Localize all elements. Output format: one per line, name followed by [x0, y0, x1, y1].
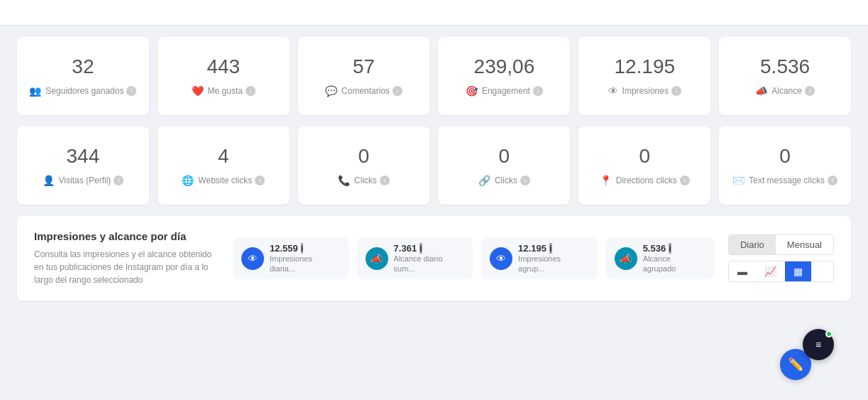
- stat-label-megusta: ❤️ Me gusta i: [192, 85, 256, 97]
- stat-icon-visitas: 👤: [43, 175, 55, 186]
- stat-value-impresiones: 12.195: [614, 55, 675, 78]
- bottom-panel: Impresiones y alcance por día Consulta l…: [17, 216, 851, 301]
- stat-label-text_message: ✉️ Text message clicks i: [732, 175, 837, 186]
- stat-icon-engagement: 🎯: [466, 85, 478, 97]
- stat-icon-alcance: 📣: [755, 85, 767, 97]
- metric-info-alcance-diario[interactable]: i: [419, 243, 422, 254]
- stat-icon-directions: 📍: [600, 175, 612, 186]
- chart-type-buttons: ▬📈▦: [728, 261, 834, 282]
- info-icon-impresiones[interactable]: i: [671, 86, 681, 96]
- stat-value-engagement: 239,06: [474, 55, 535, 78]
- info-icon-clicks_phone[interactable]: i: [380, 175, 390, 185]
- info-icon-clicks_generic[interactable]: i: [520, 175, 530, 185]
- period-btn-diario[interactable]: Diario: [729, 235, 776, 254]
- info-icon-website[interactable]: i: [255, 175, 265, 185]
- panel-description: Consulta las impresiones y el alcance ob…: [34, 248, 219, 286]
- metric-label-imp-diarias: Impresiones diaria...: [270, 254, 340, 274]
- stat-card-engagement: 239,06 🎯 Engagement i: [438, 37, 570, 115]
- stat-card-visitas: 344 👤 Visitas (Perfil) i: [17, 126, 149, 205]
- stat-label-seguidores: 👥 Seguidores ganados i: [29, 85, 136, 97]
- metrics-row: 👁 12.559 i Impresiones diaria... 📣 7.361…: [233, 237, 714, 280]
- stat-value-website: 4: [218, 145, 229, 168]
- stats-row-1: 32 👥 Seguidores ganados i 443 ❤️ Me gust…: [17, 37, 851, 115]
- chart-controls: DiarioMensual ▬📈▦: [728, 234, 834, 282]
- stat-label-impresiones: 👁 Impresiones i: [608, 85, 681, 97]
- stat-value-visitas: 344: [67, 145, 100, 168]
- metric-label-alcance-agrupado: Alcance agrupado: [643, 254, 705, 274]
- bottom-description: Impresiones y alcance por día Consulta l…: [34, 230, 219, 286]
- stat-label-clicks_phone: 📞 Clicks i: [338, 175, 390, 186]
- metric-chip-imp-diarias[interactable]: 👁 12.559 i Impresiones diaria...: [233, 237, 348, 280]
- metric-icon-alcance-diario: 📣: [366, 247, 388, 270]
- chart-type-btn-bar[interactable]: ▬: [729, 261, 756, 281]
- stat-card-impresiones: 12.195 👁 Impresiones i: [578, 37, 710, 115]
- info-icon-visitas[interactable]: i: [114, 175, 123, 185]
- stat-label-website: 🌐 Website clicks i: [182, 175, 265, 186]
- stat-value-megusta: 443: [207, 55, 240, 78]
- stat-value-clicks_generic: 0: [499, 145, 510, 168]
- stat-card-clicks_phone: 0 📞 Clicks i: [298, 126, 430, 205]
- metric-label-alcance-diario: Alcance diario sum...: [394, 254, 465, 274]
- metric-value-alcance-diario: 7.361 i: [394, 243, 465, 254]
- stat-value-alcance: 5.536: [760, 55, 810, 78]
- info-icon-directions[interactable]: i: [680, 175, 690, 185]
- metric-chip-alcance-diario[interactable]: 📣 7.361 i Alcance diario sum...: [357, 237, 473, 280]
- stat-icon-clicks_phone: 📞: [338, 175, 350, 186]
- metric-text-alcance-diario: 7.361 i Alcance diario sum...: [394, 243, 465, 274]
- metric-icon-imp-agrupadas: 👁: [490, 247, 512, 270]
- metric-info-alcance-agrupado[interactable]: i: [669, 243, 671, 254]
- stat-label-alcance: 📣 Alcance i: [755, 85, 815, 97]
- metric-text-imp-agrupadas: 12.195 i Impresiones agrup...: [518, 243, 589, 274]
- period-btn-mensual[interactable]: Mensual: [776, 235, 833, 254]
- metric-text-alcance-agrupado: 5.536 i Alcance agrupado: [643, 243, 705, 274]
- stat-label-comentarios: 💬 Comentarios i: [325, 85, 402, 97]
- stat-card-comentarios: 57 💬 Comentarios i: [298, 37, 430, 115]
- metric-info-imp-agrupadas[interactable]: i: [549, 243, 552, 254]
- chart-type-btn-area[interactable]: ▦: [785, 261, 811, 281]
- stat-value-clicks_phone: 0: [358, 145, 370, 168]
- stat-value-comentarios: 57: [353, 55, 375, 78]
- stat-card-website: 4 🌐 Website clicks i: [158, 126, 290, 205]
- metric-label-imp-agrupadas: Impresiones agrup...: [518, 254, 589, 274]
- info-icon-text_message[interactable]: i: [828, 175, 837, 185]
- top-bar: [0, 0, 868, 26]
- metric-icon-imp-diarias: 👁: [241, 247, 264, 270]
- stat-value-text_message: 0: [779, 145, 791, 168]
- stat-icon-seguidores: 👥: [29, 85, 41, 97]
- metric-text-imp-diarias: 12.559 i Impresiones diaria...: [270, 243, 340, 274]
- stat-icon-text_message: ✉️: [732, 175, 745, 186]
- metric-icon-alcance-agrupado: 📣: [615, 247, 637, 270]
- info-icon-megusta[interactable]: i: [246, 86, 256, 96]
- period-buttons: DiarioMensual: [728, 234, 834, 255]
- stat-label-visitas: 👤 Visitas (Perfil) i: [43, 175, 124, 186]
- metric-chip-imp-agrupadas[interactable]: 👁 12.195 i Impresiones agrup...: [481, 237, 598, 280]
- stat-icon-comentarios: 💬: [325, 85, 337, 97]
- metric-value-imp-diarias: 12.559 i: [270, 243, 340, 254]
- stat-icon-clicks_generic: 🔗: [478, 175, 490, 186]
- panel-title: Impresiones y alcance por día: [34, 230, 219, 242]
- stat-icon-website: 🌐: [182, 175, 194, 186]
- stats-row-2: 344 👤 Visitas (Perfil) i 4 🌐 Website cli…: [17, 126, 851, 205]
- chart-type-btn-line[interactable]: 📈: [756, 261, 785, 281]
- info-icon-engagement[interactable]: i: [533, 86, 543, 96]
- stat-label-clicks_generic: 🔗 Clicks i: [478, 175, 530, 186]
- stat-card-clicks_generic: 0 🔗 Clicks i: [438, 126, 570, 205]
- info-icon-seguidores[interactable]: i: [126, 86, 136, 96]
- metric-value-imp-agrupadas: 12.195 i: [518, 243, 589, 254]
- stat-icon-impresiones: 👁: [608, 85, 618, 97]
- info-icon-alcance[interactable]: i: [805, 86, 815, 96]
- metric-info-imp-diarias[interactable]: i: [301, 243, 304, 254]
- stat-label-directions: 📍 Directions clicks i: [600, 175, 690, 186]
- stat-label-engagement: 🎯 Engagement i: [466, 85, 543, 97]
- info-icon-comentarios[interactable]: i: [392, 86, 402, 96]
- stat-value-seguidores: 32: [72, 55, 94, 78]
- metric-chip-alcance-agrupado[interactable]: 📣 5.536 i Alcance agrupado: [606, 237, 714, 280]
- stat-card-megusta: 443 ❤️ Me gusta i: [158, 37, 290, 115]
- stat-icon-megusta: ❤️: [192, 85, 204, 97]
- stat-card-directions: 0 📍 Directions clicks i: [578, 126, 710, 205]
- stat-value-directions: 0: [639, 145, 650, 168]
- stat-card-text_message: 0 ✉️ Text message clicks i: [719, 126, 851, 205]
- metric-value-alcance-agrupado: 5.536 i: [643, 243, 705, 254]
- main-container: 32 👥 Seguidores ganados i 443 ❤️ Me gust…: [0, 26, 868, 312]
- stat-card-seguidores: 32 👥 Seguidores ganados i: [17, 37, 149, 115]
